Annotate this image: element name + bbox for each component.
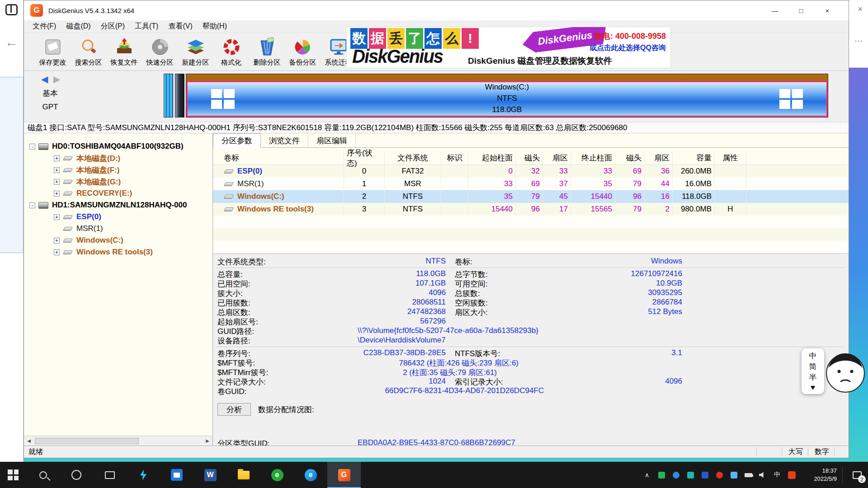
cortana-button[interactable] bbox=[60, 462, 93, 488]
collapse-icon[interactable]: - bbox=[29, 144, 35, 150]
new-partition-button[interactable]: 新建分区 bbox=[178, 33, 213, 70]
esp-partition-bar[interactable] bbox=[164, 74, 173, 117]
expand-icon[interactable]: + bbox=[54, 191, 60, 197]
scroll-right-icon[interactable]: ▶ bbox=[203, 438, 212, 443]
table-row[interactable]: Windows RE tools(3) 3 NTFS 15440 96 17 1… bbox=[213, 203, 849, 216]
close-button[interactable]: × bbox=[814, 0, 840, 20]
titlebar: G DiskGenius V5.4.3.1342 x64 — □ × bbox=[24, 0, 849, 20]
battery-icon[interactable] bbox=[741, 473, 755, 477]
file-explorer-button[interactable] bbox=[227, 462, 260, 488]
partition-name: Windows(C:) bbox=[188, 83, 826, 92]
fs-type-value: NTFS bbox=[217, 257, 446, 266]
minimize-button[interactable]: — bbox=[762, 0, 788, 20]
tree-item-windows-re[interactable]: + Windows RE tools(3) bbox=[24, 246, 212, 258]
tree-item-esp[interactable]: + ESP(0) bbox=[24, 211, 212, 223]
pinned-app-edge[interactable]: e bbox=[294, 462, 327, 488]
collapse-icon[interactable]: - bbox=[29, 202, 35, 208]
table-row-selected[interactable]: Windows(C:) 2 NTFS 35 79 45 15440 96 16 … bbox=[213, 190, 849, 203]
tab-partition-params[interactable]: 分区参数 bbox=[213, 133, 261, 148]
tree-item-recovery-e[interactable]: + RECOVERY(E:) bbox=[24, 188, 212, 199]
maximize-button[interactable]: □ bbox=[788, 0, 814, 20]
pinned-app-browser[interactable]: e bbox=[260, 462, 294, 488]
disk-tree-panel: - HD0:TOSHIBAMQ04ABF100(932GB) + 本地磁盘(D:… bbox=[24, 133, 213, 446]
ime-indicator[interactable]: 中 bbox=[770, 471, 784, 479]
pinned-app-word[interactable]: W bbox=[193, 462, 227, 488]
scrollbar-thumb[interactable] bbox=[35, 438, 139, 444]
table-row-empty bbox=[213, 241, 849, 253]
table-row[interactable]: MSR(1) 1 MSR 33 69 37 35 79 44 16.0MB bbox=[213, 178, 849, 190]
volume-icon[interactable] bbox=[755, 472, 770, 478]
tree-item-local-f[interactable]: + 本地磁盘(F:) bbox=[24, 164, 212, 176]
search-partition-button[interactable]: 搜索分区 bbox=[71, 33, 106, 70]
lightning-icon bbox=[139, 469, 148, 480]
delete-partition-button[interactable]: 删除分区 bbox=[249, 33, 285, 70]
recover-files-button[interactable]: 恢复文件 bbox=[106, 33, 142, 70]
banner-qq-link[interactable]: 或点击此处选择QQ咨询 bbox=[590, 43, 666, 53]
menu-partition[interactable]: 分区(P) bbox=[96, 22, 130, 31]
ime-floating-bar[interactable]: 中 简 半 ♥ bbox=[802, 348, 824, 394]
expand-icon[interactable]: + bbox=[54, 155, 60, 161]
expand-icon[interactable]: + bbox=[54, 179, 60, 185]
tray-expand-icon[interactable]: ∧ bbox=[640, 471, 654, 479]
analyze-button[interactable]: 分析 bbox=[217, 403, 251, 416]
taskbar-clock[interactable]: 18:37 2022/5/9 bbox=[799, 467, 839, 483]
tray-icon-teal[interactable] bbox=[683, 472, 698, 479]
tray-icon-green[interactable] bbox=[654, 472, 669, 479]
tab-browse-files[interactable]: 浏览文件 bbox=[261, 134, 308, 147]
scroll-left-icon[interactable]: ◀ bbox=[24, 438, 34, 443]
save-changes-button[interactable]: 保存更改 bbox=[35, 33, 71, 70]
tray-icon-sky[interactable] bbox=[726, 472, 741, 479]
format-button[interactable]: 格式化 bbox=[213, 33, 249, 70]
task-view-button[interactable] bbox=[93, 462, 127, 488]
banner-ad[interactable]: 数 据 丢 了 怎 么 ! DiskGenius DiskGenius 致电: … bbox=[346, 27, 671, 68]
action-center-button[interactable]: 2 bbox=[846, 462, 868, 488]
menu-file[interactable]: 文件(F) bbox=[28, 22, 61, 31]
taskbar-search-button[interactable] bbox=[26, 462, 60, 488]
expand-icon[interactable]: + bbox=[54, 249, 60, 255]
tree-item-windows-c[interactable]: + Windows(C:) bbox=[24, 235, 212, 246]
partition-icon bbox=[63, 250, 73, 254]
sogou-icon[interactable] bbox=[784, 471, 799, 479]
save-icon bbox=[42, 37, 63, 57]
background-close-icon[interactable]: × bbox=[858, 5, 863, 14]
tray-icon-blue[interactable] bbox=[669, 472, 683, 479]
notification-badge: 2 bbox=[858, 475, 866, 483]
msr-partition-bar[interactable] bbox=[175, 74, 184, 117]
disk-scheme-label: GPT bbox=[31, 103, 69, 112]
start-button[interactable] bbox=[0, 462, 26, 488]
diskgenius-icon: G bbox=[338, 469, 350, 481]
table-row[interactable]: ESP(0) 0 FAT32 0 32 33 33 69 36 260.0MB bbox=[213, 165, 849, 178]
pinned-app-store[interactable] bbox=[160, 462, 193, 488]
tree-item-local-d[interactable]: + 本地磁盘(D:) bbox=[24, 152, 212, 164]
divider bbox=[217, 347, 845, 347]
diskgenius-taskbar-button[interactable]: G bbox=[327, 462, 361, 488]
tree-item-msr[interactable]: MSR(1) bbox=[24, 223, 212, 235]
tab-sector-edit[interactable]: 扇区编辑 bbox=[308, 134, 356, 147]
disk-prev-icon[interactable]: ◀ bbox=[41, 74, 48, 84]
pinned-app-bolt[interactable] bbox=[127, 462, 160, 488]
disk-next-icon[interactable]: ▶ bbox=[53, 74, 60, 84]
menu-tools[interactable]: 工具(T) bbox=[130, 22, 163, 31]
expand-icon[interactable]: + bbox=[54, 167, 60, 173]
background-more-icon[interactable]: ⋯ bbox=[854, 36, 863, 46]
tree-item-local-g[interactable]: + 本地磁盘(G:) bbox=[24, 176, 212, 188]
back-arrow-icon[interactable]: ← bbox=[5, 35, 18, 50]
tree-item-hd1[interactable]: - HD1:SAMSUNGMZNLN128HAHQ-000 bbox=[24, 199, 212, 211]
partition-detail-panel: 分区参数 浏览文件 扇区编辑 卷标 序号(状态) 文件系统 标识 起始柱面 磁头… bbox=[213, 133, 849, 446]
status-ready: 就绪 bbox=[28, 447, 43, 457]
menu-help[interactable]: 帮助(H) bbox=[198, 22, 232, 31]
expand-icon[interactable]: + bbox=[54, 238, 60, 244]
menu-view[interactable]: 查看(V) bbox=[163, 22, 197, 31]
quick-partition-button[interactable]: 快速分区 bbox=[142, 33, 178, 70]
tray-icon-navy[interactable] bbox=[698, 472, 712, 479]
tree-horizontal-scrollbar[interactable]: ◀ ▶ bbox=[24, 436, 212, 446]
backup-partition-button[interactable]: 备份分区 bbox=[285, 33, 321, 70]
tree-item-hd0[interactable]: - HD0:TOSHIBAMQ04ABF100(932GB) bbox=[24, 141, 212, 152]
menu-disk[interactable]: 磁盘(D) bbox=[61, 22, 95, 31]
trash-icon bbox=[257, 37, 278, 57]
expand-icon[interactable]: + bbox=[54, 214, 60, 220]
partition-icon bbox=[63, 239, 73, 243]
tray-icon-red[interactable] bbox=[712, 472, 726, 479]
heart-icon[interactable]: ♥ bbox=[811, 383, 815, 392]
windows-partition-bar[interactable]: Windows(C:) NTFS 118.0GB bbox=[186, 74, 828, 117]
